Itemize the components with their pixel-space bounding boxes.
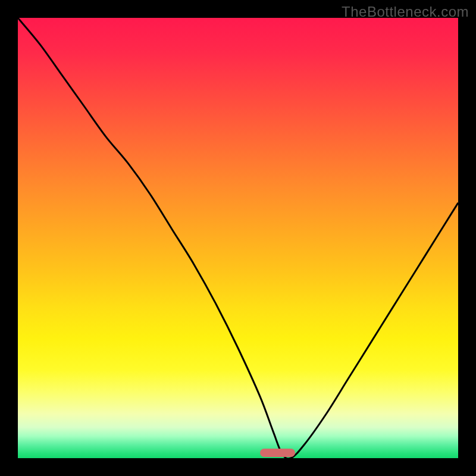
min-marker-pill (260, 449, 295, 457)
bottleneck-curve-path (18, 18, 458, 458)
plot-area (18, 18, 458, 458)
watermark-text: TheBottleneck.com (342, 4, 469, 20)
chart-stage: TheBottleneck.com (0, 0, 476, 476)
curve-layer (18, 18, 458, 458)
